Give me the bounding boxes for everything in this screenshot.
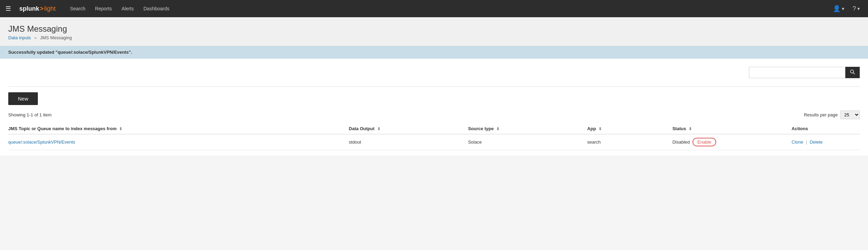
cell-app: search: [587, 134, 672, 150]
user-icon: 👤: [833, 5, 840, 12]
table-header: JMS Topic or Queue name to index message…: [8, 123, 860, 134]
sort-icon-app: ⇕: [599, 127, 602, 131]
divider: [8, 86, 860, 87]
top-navigation: ☰ splunk > light Search Reports Alerts D…: [0, 0, 868, 17]
results-per-page-label: Results per page: [804, 112, 838, 117]
new-button[interactable]: New: [8, 92, 38, 105]
enable-button[interactable]: Enable: [692, 138, 716, 146]
col-header-name[interactable]: JMS Topic or Queue name to index message…: [8, 123, 349, 134]
col-header-output[interactable]: Data Output ⇕: [349, 123, 468, 134]
user-menu[interactable]: 👤 ▾: [830, 3, 847, 14]
results-row: Showing 1-1 of 1 item Results per page 1…: [8, 111, 860, 119]
brand-logo[interactable]: splunk > light: [19, 5, 56, 12]
success-message: Successfully updated "queue/:solace/Splu…: [8, 50, 132, 55]
search-button[interactable]: [845, 67, 860, 78]
brand-light: light: [44, 5, 56, 12]
brand-splunk: splunk: [19, 5, 39, 12]
delete-link[interactable]: Delete: [810, 139, 823, 145]
sort-icon-status: ⇕: [689, 127, 692, 131]
col-header-source[interactable]: Source type ⇕: [468, 123, 587, 134]
nav-links: Search Reports Alerts Dashboards: [67, 4, 173, 13]
help-chevron: ▾: [857, 6, 860, 11]
sort-icon-name: ⇕: [119, 127, 122, 131]
status-cell: Disabled Enable: [673, 138, 787, 146]
status-value: Disabled: [673, 139, 690, 145]
nav-right: 👤 ▾ ? ▾: [830, 3, 862, 14]
sort-icon-source: ⇕: [496, 127, 499, 131]
cell-name: queue/:solace/SplunkVPN/Events: [8, 134, 349, 150]
sort-icon-output: ⇕: [377, 127, 380, 131]
search-input[interactable]: [749, 67, 845, 78]
results-per-page: Results per page 10 25 50 100: [804, 111, 860, 119]
help-icon: ?: [853, 5, 856, 12]
svg-line-1: [853, 73, 855, 74]
search-icon: [850, 69, 855, 75]
main-content: New Showing 1-1 of 1 item Results per pa…: [0, 59, 868, 156]
svg-point-0: [850, 70, 854, 73]
data-table: JMS Topic or Queue name to index message…: [8, 123, 860, 150]
breadcrumb: Data inputs » JMS Messaging: [8, 35, 860, 40]
nav-search[interactable]: Search: [67, 4, 89, 13]
search-row: [8, 64, 860, 81]
queue-link[interactable]: queue/:solace/SplunkVPN/Events: [8, 139, 75, 145]
nav-dashboards[interactable]: Dashboards: [140, 4, 173, 13]
table-body: queue/:solace/SplunkVPN/Events stdout So…: [8, 134, 860, 150]
col-header-app[interactable]: App ⇕: [587, 123, 672, 134]
cell-source: Solace: [468, 134, 587, 150]
col-header-actions: Actions: [792, 123, 860, 134]
cell-actions: Clone | Delete: [792, 134, 860, 150]
page-title: JMS Messaging: [8, 24, 860, 34]
nav-alerts[interactable]: Alerts: [118, 4, 137, 13]
table-row: queue/:solace/SplunkVPN/Events stdout So…: [8, 134, 860, 150]
actions-separator: |: [806, 139, 807, 145]
clone-link[interactable]: Clone: [792, 139, 803, 145]
help-menu[interactable]: ? ▾: [850, 3, 862, 14]
breadcrumb-data-inputs-link[interactable]: Data inputs: [8, 35, 31, 40]
search-box: [749, 67, 860, 78]
cell-output: stdout: [349, 134, 468, 150]
nav-reports[interactable]: Reports: [92, 4, 115, 13]
success-banner: Successfully updated "queue/:solace/Splu…: [0, 46, 868, 59]
user-chevron: ▾: [842, 6, 844, 11]
page-header: JMS Messaging Data inputs » JMS Messagin…: [0, 17, 868, 46]
breadcrumb-separator: »: [34, 35, 36, 40]
breadcrumb-current: JMS Messaging: [40, 35, 72, 40]
col-header-status[interactable]: Status ⇕: [673, 123, 792, 134]
cell-status: Disabled Enable: [673, 134, 792, 150]
results-per-page-select[interactable]: 10 25 50 100: [840, 111, 860, 119]
results-count: Showing 1-1 of 1 item: [8, 112, 52, 117]
hamburger-icon[interactable]: ☰: [6, 5, 11, 12]
brand-arrow: >: [40, 5, 44, 12]
